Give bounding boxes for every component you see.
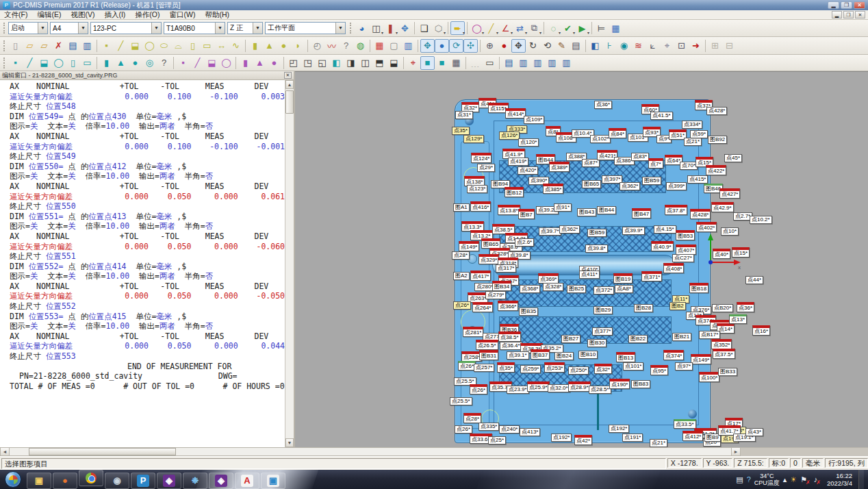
feature-label[interactable]: 点31* <box>455 111 473 119</box>
cpu-temp-widget[interactable]: 34°C CPU温度 <box>754 473 780 486</box>
cad-app-icon[interactable]: ◈ <box>157 473 181 489</box>
feature-label[interactable]: 点16* <box>752 325 770 336</box>
feature-label[interactable]: 点26* <box>453 301 471 310</box>
mdi-restore-icon[interactable]: ❐ <box>843 11 854 18</box>
feature-label[interactable]: 点369* <box>538 273 559 284</box>
marker-o-icon[interactable]: ◯▾ <box>470 21 484 35</box>
report-window-icon[interactable]: ▦ <box>609 21 623 35</box>
feature-label[interactable]: 点44* <box>745 276 763 284</box>
rect-select-icon[interactable]: ▭ <box>483 56 497 70</box>
feature-label[interactable]: 点43* <box>745 428 763 436</box>
feature-label[interactable]: 点B17* <box>699 331 720 339</box>
mdi-minimize-icon[interactable]: ▂ <box>832 11 842 18</box>
probe-icon[interactable]: ❚▾ <box>383 21 398 35</box>
cylinder-feature-icon[interactable]: ▮ <box>248 39 262 53</box>
feature-label[interactable]: 点100* <box>699 372 719 382</box>
chevron-down-icon[interactable]: ▼ <box>253 23 262 34</box>
feature-label[interactable]: 点33.5* <box>674 419 696 429</box>
menu-item[interactable]: 编辑(E) <box>37 10 61 18</box>
feature-label[interactable]: 图B21 <box>672 333 691 341</box>
feature-label[interactable]: 点91* <box>554 203 572 212</box>
constructed-plane-icon[interactable]: ⬓ <box>205 56 219 70</box>
view-front-icon[interactable]: ◰ <box>286 56 301 70</box>
import-file-icon[interactable]: ▱ <box>37 39 51 53</box>
feature-label[interactable]: 点7* <box>648 158 663 168</box>
swap-arrows-icon[interactable]: ⇄▾ <box>513 21 527 35</box>
view-iso-1-icon[interactable]: ⬒ <box>372 56 387 70</box>
auto-rect-icon[interactable]: ▭ <box>80 56 94 70</box>
feature-label[interactable]: 点42.9* <box>711 202 734 212</box>
feature-label[interactable]: 点257* <box>474 364 494 372</box>
blue-window-icon[interactable]: ▣ <box>261 473 285 489</box>
feature-label[interactable]: 点25* <box>488 436 506 444</box>
cone-feature-icon[interactable]: ▲ <box>262 39 277 53</box>
feature-label[interactable]: 图B37 <box>531 349 550 360</box>
feature-label[interactable]: 点26.5* <box>476 340 498 350</box>
page-gray-icon[interactable]: ▢ <box>387 39 401 53</box>
feature-label[interactable]: 点10.2* <box>750 216 772 224</box>
red-sphere-icon[interactable]: ● <box>497 39 511 53</box>
feature-label[interactable]: 点402* <box>696 222 717 232</box>
feature-label[interactable]: 点417* <box>470 271 491 281</box>
auto-torus-icon[interactable]: ◎ <box>142 56 157 70</box>
chevron-down-icon[interactable]: ▼ <box>78 23 88 34</box>
zoom-sphere-icon[interactable]: ◕ <box>355 21 369 35</box>
feature-label[interactable]: 点28* <box>463 413 481 423</box>
menu-item[interactable]: 操作(O) <box>135 10 159 18</box>
feature-label[interactable]: 点29* <box>477 164 495 172</box>
feature-label[interactable]: 点422* <box>706 165 726 175</box>
feature-label[interactable]: 点32.0* <box>548 384 570 392</box>
auto-circle-icon[interactable]: ◯ <box>51 56 66 70</box>
tray-expand-icon[interactable]: ▴ <box>783 475 787 484</box>
menu-item[interactable]: 视图(V) <box>71 10 94 18</box>
pan-mode-icon[interactable]: ✥ <box>420 39 435 53</box>
feature-label[interactable]: 点40* <box>713 249 730 259</box>
screenshot-tool-icon[interactable]: ◉ <box>105 473 129 489</box>
feature-label[interactable]: 图B2 <box>669 302 686 310</box>
feature-label[interactable]: 图B59 <box>642 177 661 185</box>
feature-label[interactable]: 点279* <box>485 291 506 299</box>
constructed-cylinder-icon[interactable]: ▮ <box>238 56 253 70</box>
feature-label[interactable]: 点192* <box>551 434 572 442</box>
feature-label[interactable]: 点28* <box>452 251 470 260</box>
feature-label[interactable]: 点399* <box>666 182 687 190</box>
save-icon[interactable]: ▤ <box>66 39 80 53</box>
tip-combo[interactable]: T1A90B0▼ <box>164 22 225 34</box>
feature-label[interactable]: 点420* <box>518 166 538 175</box>
feature-label[interactable]: 点40.9* <box>651 241 674 251</box>
open-file-icon[interactable]: ▱ <box>23 39 37 53</box>
feature-label[interactable]: 图B25 <box>567 285 586 293</box>
circle-feature-icon[interactable]: ◯ <box>142 39 157 53</box>
auto-cone-icon[interactable]: ▲ <box>114 56 128 70</box>
feature-label[interactable]: 图B12 <box>505 187 524 197</box>
graphics-window[interactable]: x 点32*点41*点115*点31*点414*点109*点36*点60*点37… <box>295 71 868 447</box>
feature-label[interactable]: 点25.5* <box>450 397 472 405</box>
feature-label[interactable]: 点190* <box>609 379 630 389</box>
sphere-view-icon[interactable]: ● <box>435 39 449 53</box>
scroll-left-icon[interactable]: ◄ <box>1 448 10 455</box>
constructed-circle-icon[interactable]: ◯ <box>219 56 233 70</box>
feature-label[interactable]: 图B13 <box>616 352 635 362</box>
constructed-cone-icon[interactable]: ▲ <box>253 56 267 70</box>
tee-fixture-icon[interactable]: ⊦ <box>602 39 617 53</box>
feature-label[interactable]: 点28.9* <box>568 381 591 392</box>
feature-label[interactable]: 点334* <box>682 121 702 129</box>
scroll-up-icon[interactable]: ▲ <box>285 80 294 89</box>
feature-label[interactable]: 点126* <box>499 131 520 140</box>
constructed-point-icon[interactable]: ▪ <box>176 56 190 70</box>
constructed-line-icon[interactable]: ╱ <box>190 56 205 70</box>
feature-label[interactable]: 点335* <box>478 423 499 431</box>
pan-tool-icon[interactable]: ✥ <box>511 39 526 53</box>
scan-curve-icon[interactable]: 〰 <box>324 39 339 53</box>
feature-label[interactable]: 图B34 <box>492 281 511 291</box>
feature-label[interactable]: 点25.9* <box>527 381 550 392</box>
chevron-down-icon[interactable]: ▼ <box>151 23 161 34</box>
copy-pages-icon[interactable]: ⧉▾ <box>527 21 541 35</box>
feature-label[interactable]: 点352* <box>711 339 732 349</box>
report-template-1-icon[interactable]: ▥ <box>516 56 531 70</box>
feature-label[interactable]: 点10* <box>721 227 739 236</box>
feature-label[interactable]: 图B31 <box>479 350 498 360</box>
feature-label[interactable]: 点413* <box>520 428 540 436</box>
feature-label[interactable]: 点412* <box>682 431 703 441</box>
auto-point-icon[interactable]: ▪ <box>8 56 23 70</box>
